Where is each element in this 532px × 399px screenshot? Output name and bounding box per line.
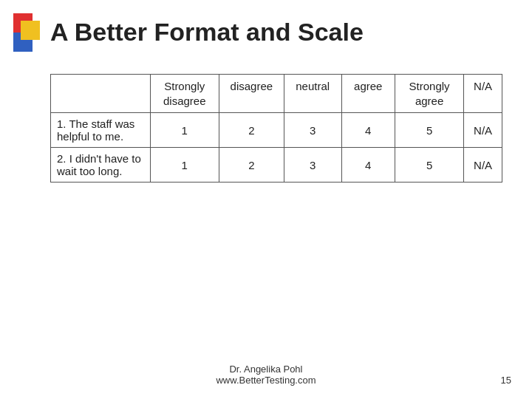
scale-table-container: Strongly disagree disagree neutral agree… — [50, 74, 502, 183]
table-row: 1. The staff was helpful to me. 1 2 3 4 … — [51, 113, 502, 148]
header-disagree: disagree — [219, 75, 284, 113]
row2-question: 2. I didn't have to wait too long. — [51, 148, 151, 183]
page-number: 15 — [501, 375, 511, 386]
row1-strongly-disagree: 1 — [150, 113, 219, 148]
header-neutral: neutral — [284, 75, 341, 113]
header-strongly-disagree: Strongly disagree — [150, 75, 219, 113]
row1-na: N/A — [464, 113, 502, 148]
row2-strongly-agree: 5 — [395, 148, 463, 183]
row1-disagree: 2 — [219, 113, 284, 148]
row2-na: N/A — [464, 148, 502, 183]
row2-neutral: 3 — [284, 148, 341, 183]
footer: Dr. Angelika Pohl www.BetterTesting.com — [0, 364, 532, 386]
row1-strongly-agree: 5 — [395, 113, 463, 148]
header-na: N/A — [464, 75, 502, 113]
logo-yellow-square — [21, 21, 40, 40]
page-title: A Better Format and Scale — [50, 18, 364, 47]
footer-line2: www.BetterTesting.com — [216, 375, 316, 386]
row1-agree: 4 — [341, 113, 395, 148]
scale-table: Strongly disagree disagree neutral agree… — [50, 74, 502, 183]
row2-agree: 4 — [341, 148, 395, 183]
footer-line1: Dr. Angelika Pohl — [229, 364, 302, 375]
header-agree: agree — [341, 75, 395, 113]
logo-decoration — [13, 13, 41, 52]
row1-question: 1. The staff was helpful to me. — [51, 113, 151, 148]
row2-strongly-disagree: 1 — [150, 148, 219, 183]
row2-disagree: 2 — [219, 148, 284, 183]
header-question — [51, 75, 151, 113]
header-strongly-agree: Strongly agree — [395, 75, 463, 113]
row1-neutral: 3 — [284, 113, 341, 148]
table-row: 2. I didn't have to wait too long. 1 2 3… — [51, 148, 502, 183]
